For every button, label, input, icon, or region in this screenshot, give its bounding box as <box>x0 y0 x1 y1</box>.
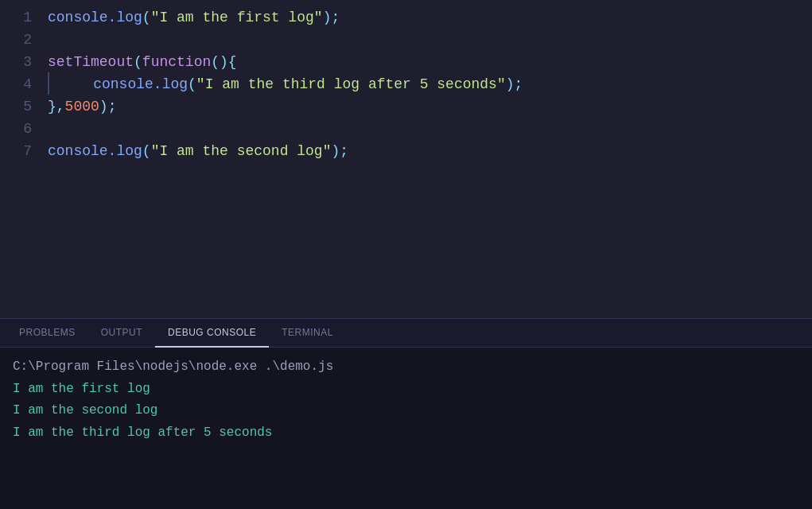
line-number-2: 2 <box>0 29 48 51</box>
code-line-3: 3 setTimeout(function(){ <box>0 51 812 73</box>
line-content-7: console.log("I am the second log"); <box>48 140 812 162</box>
token-str: "I am the first log" <box>151 10 323 25</box>
line-content-5: },5000); <box>48 95 812 118</box>
tab-debug-console[interactable]: DEBUG CONSOLE <box>155 319 269 348</box>
token-kw: function <box>142 54 211 70</box>
line-content-3: setTimeout(function(){ <box>48 51 812 73</box>
token-punc: (){ <box>211 54 236 70</box>
bottom-panel: PROBLEMS OUTPUT DEBUG CONSOLE TERMINAL C… <box>0 318 812 509</box>
line-number-4: 4 <box>0 73 48 95</box>
console-line-1: I am the first log <box>13 379 799 400</box>
code-line-2: 2 <box>0 29 812 51</box>
token-punc: ); <box>99 99 117 115</box>
token-num: 5000 <box>65 99 99 115</box>
token-str: "I am the third log after 5 seconds" <box>196 76 506 92</box>
indent-marker <box>48 72 49 95</box>
tab-output[interactable]: OUTPUT <box>88 319 155 348</box>
tab-problems[interactable]: PROBLEMS <box>6 319 88 348</box>
code-line-4: 4 console.log("I am the third log after … <box>0 73 812 95</box>
token-punc: }, <box>48 99 65 115</box>
token-punc: ( <box>134 54 142 70</box>
code-line-1: 1 console.log("I am the first log"); <box>0 6 812 29</box>
tab-terminal[interactable]: TERMINAL <box>269 319 346 348</box>
token-punc: ); <box>506 76 523 92</box>
code-lines: 1 console.log("I am the first log"); 2 3… <box>0 0 812 169</box>
line-number-6: 6 <box>0 118 48 140</box>
code-editor: 1 console.log("I am the first log"); 2 3… <box>0 0 812 318</box>
line-number-3: 3 <box>0 51 48 73</box>
console-line-2: I am the second log <box>13 401 799 422</box>
token-fn: console.log <box>93 76 188 92</box>
console-line-3: I am the third log after 5 seconds <box>13 423 799 444</box>
code-line-5: 5 },5000); <box>0 95 812 118</box>
token-punc: ); <box>331 143 348 159</box>
line-content-4: console.log("I am the third log after 5 … <box>48 73 812 95</box>
token-fn: console.log <box>48 143 142 159</box>
token-punc: ( <box>142 10 151 25</box>
console-line-cmd: C:\Program Files\nodejs\node.exe .\demo.… <box>13 357 799 378</box>
token-punc: ( <box>142 143 151 159</box>
token-punc: ); <box>323 10 340 25</box>
token-str: "I am the second log" <box>151 143 332 159</box>
code-line-6: 6 <box>0 118 812 140</box>
line-content-1: console.log("I am the first log"); <box>48 6 812 29</box>
line-number-7: 7 <box>0 140 48 162</box>
panel-tabs: PROBLEMS OUTPUT DEBUG CONSOLE TERMINAL <box>0 319 812 348</box>
code-line-7: 7 console.log("I am the second log"); <box>0 140 812 162</box>
token-punc: ( <box>188 76 196 92</box>
line-number-5: 5 <box>0 95 48 118</box>
line-number-1: 1 <box>0 6 48 29</box>
console-output: C:\Program Files\nodejs\node.exe .\demo.… <box>0 348 812 509</box>
token-kw: setTimeout <box>48 54 134 70</box>
token-fn: console.log <box>48 10 142 25</box>
